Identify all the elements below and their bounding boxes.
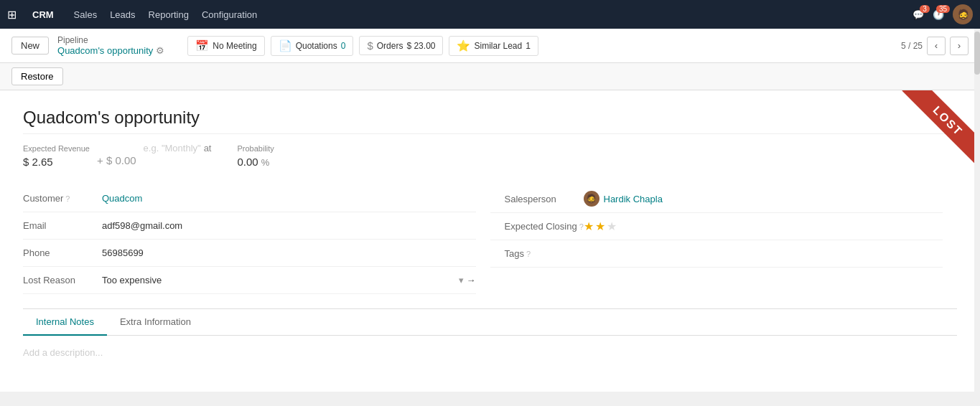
orders-label: Orders	[377, 41, 403, 51]
customer-label-text: Customer	[23, 193, 63, 204]
next-button[interactable]: ›	[950, 37, 969, 55]
quotations-label: Quotations	[296, 41, 337, 51]
tags-label: Tags ?	[505, 248, 584, 259]
breadcrumb-bar: New Pipeline Quadcom's opportunity ⚙ 📅 N…	[0, 29, 980, 63]
star-2[interactable]: ★	[595, 219, 605, 233]
star-3[interactable]: ★	[607, 219, 617, 233]
calendar-icon: 📅	[195, 39, 209, 52]
dollar-icon: $	[367, 39, 373, 52]
top-navigation: ⊞ CRM Sales Leads Reporting Configuratio…	[0, 0, 980, 29]
tab-extra-information[interactable]: Extra Information	[107, 309, 204, 336]
breadcrumb-parent[interactable]: Pipeline	[57, 35, 164, 45]
activities-badge: 35	[936, 5, 950, 13]
customer-value[interactable]: Quadcom	[102, 193, 476, 204]
main-content: LOST Quadcom's opportunity Expected Reve…	[0, 90, 980, 392]
quotations-count: 0	[341, 41, 346, 51]
fields-grid: Customer ? Quadcom Email adf598@gmail.co…	[23, 185, 957, 294]
toolbar: Restore	[0, 63, 980, 90]
no-meeting-button[interactable]: 📅 No Meeting	[187, 36, 264, 56]
opportunity-title: Quadcom's opportunity	[23, 108, 957, 134]
activities-icon[interactable]: 🕐35	[933, 9, 944, 20]
messages-icon[interactable]: 💬3	[913, 9, 924, 20]
customer-help-icon[interactable]: ?	[65, 194, 70, 203]
tags-field-row: Tags ?	[490, 240, 943, 268]
nav-reporting[interactable]: Reporting	[149, 9, 189, 20]
probability-pct: %	[261, 157, 270, 168]
settings-icon[interactable]: ⚙	[156, 45, 164, 56]
nav-leads[interactable]: Leads	[110, 9, 135, 20]
orders-value: $ 23.00	[406, 41, 435, 51]
dropdown-icon[interactable]: ▾	[459, 275, 464, 285]
probability-value[interactable]: 0.00	[237, 156, 258, 168]
phone-field-row: Phone 56985699	[23, 240, 476, 267]
user-avatar[interactable]: 🧔	[953, 4, 973, 24]
similar-lead-label: Similar Lead	[474, 41, 522, 51]
email-value[interactable]: adf598@gmail.com	[102, 220, 476, 231]
expected-revenue-section: Expected Revenue $ 2.65	[23, 144, 90, 168]
monthly-placeholder[interactable]: e.g. "Monthly"	[144, 143, 201, 154]
fields-left: Customer ? Quadcom Email adf598@gmail.co…	[23, 185, 490, 294]
breadcrumb-current: Quadcom's opportunity ⚙	[57, 45, 164, 56]
breadcrumb: Pipeline Quadcom's opportunity ⚙	[57, 35, 164, 56]
email-label: Email	[23, 220, 102, 231]
breadcrumb-actions: 📅 No Meeting 📄 Quotations 0 $ Orders $ 2…	[187, 36, 538, 56]
probability-label: Probability	[237, 144, 274, 153]
probability-section: Probability 0.00 %	[237, 144, 274, 168]
customer-label: Customer ?	[23, 193, 102, 204]
expected-revenue-label: Expected Revenue	[23, 144, 90, 153]
similar-lead-button[interactable]: ⭐ Similar Lead 1	[449, 36, 538, 56]
prev-button[interactable]: ‹	[927, 37, 946, 55]
lost-reason-label: Lost Reason	[23, 275, 102, 285]
tags-help-icon[interactable]: ?	[526, 250, 531, 258]
nav-sales[interactable]: Sales	[74, 9, 98, 20]
salesperson-avatar: 🧔	[584, 191, 599, 207]
expected-closing-label-text: Expected Closing	[505, 221, 577, 232]
similar-lead-count: 1	[526, 41, 531, 51]
phone-value[interactable]: 56985699	[102, 247, 476, 258]
app-name[interactable]: CRM	[32, 9, 54, 20]
star-1[interactable]: ★	[584, 219, 594, 233]
expected-closing-label: Expected Closing ?	[505, 221, 584, 232]
customer-field-row: Customer ? Quadcom	[23, 185, 476, 212]
breadcrumb-current-text: Quadcom's opportunity	[57, 45, 153, 56]
revenue-value[interactable]: $ 2.65	[23, 156, 90, 168]
at-label: at	[204, 143, 212, 154]
description-placeholder[interactable]: Add a description...	[23, 347, 103, 358]
messages-badge: 3	[920, 5, 930, 13]
quotation-icon: 📄	[279, 39, 292, 52]
tab-content-internal-notes: Add a description...	[23, 336, 957, 369]
fields-right: Salesperson 🧔 Hardik Chapla Expected Clo…	[490, 185, 958, 294]
email-field-row: Email adf598@gmail.com	[23, 212, 476, 240]
salesperson-name[interactable]: Hardik Chapla	[604, 194, 663, 204]
quotations-button[interactable]: 📄 Quotations 0	[271, 36, 354, 56]
tabs-row: Internal Notes Extra Information	[23, 309, 957, 336]
lost-reason-field-row: Lost Reason Too expensive ▾ →	[23, 267, 476, 294]
lost-reason-value[interactable]: Too expensive	[102, 275, 456, 285]
orders-button[interactable]: $ Orders $ 23.00	[359, 36, 443, 55]
tab-internal-notes[interactable]: Internal Notes	[23, 309, 107, 336]
priority-stars[interactable]: ★ ★ ★	[584, 219, 617, 233]
tabs-section: Internal Notes Extra Information Add a d…	[23, 308, 957, 369]
revenue-separator: + $ 0.00	[97, 154, 136, 168]
expected-closing-field-row: Expected Closing ? ★ ★ ★	[490, 213, 943, 240]
revenue-row: Expected Revenue $ 2.65 + $ 0.00 e.g. "M…	[23, 143, 957, 168]
nav-right-icons: 💬3 🕐35 🧔	[913, 4, 973, 24]
phone-label: Phone	[23, 247, 102, 258]
restore-button[interactable]: Restore	[11, 67, 63, 85]
new-button[interactable]: New	[11, 37, 49, 55]
pagination-nav: 5 / 25 ‹ ›	[901, 37, 969, 55]
salesperson-field-row: Salesperson 🧔 Hardik Chapla	[490, 185, 943, 213]
tags-label-text: Tags	[505, 248, 524, 259]
no-meeting-label: No Meeting	[213, 41, 256, 51]
nav-configuration[interactable]: Configuration	[202, 9, 257, 20]
apps-icon[interactable]: ⊞	[7, 8, 17, 22]
salesperson-label: Salesperson	[505, 194, 584, 204]
navigate-arrow-icon[interactable]: →	[467, 275, 476, 285]
scrollbar-thumb[interactable]	[974, 32, 980, 75]
star-icon: ⭐	[457, 39, 470, 52]
pagination-info: 5 / 25	[901, 41, 923, 51]
scrollbar-track[interactable]	[974, 29, 980, 392]
